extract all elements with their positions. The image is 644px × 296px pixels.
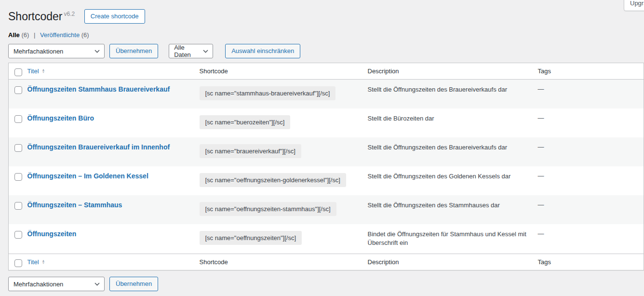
table-footer: Titel▲▼ Shortcode Description Tags [9, 254, 644, 270]
date-filter-select[interactable]: Alle Daten [169, 44, 213, 58]
top-toolbar: Mehrfachaktionen Übernehmen Alle Daten A… [8, 44, 300, 58]
row-checkbox[interactable] [14, 202, 22, 210]
date-filter-selected-value: Alle Daten [174, 44, 199, 58]
column-title-label: Titel [27, 258, 39, 266]
view-published-label: Veröffentlichte [40, 31, 80, 39]
shortcode-title-link[interactable]: Öffnungszeiten Brauereiverkauf im Innenh… [27, 143, 170, 151]
view-published-count: (6) [81, 31, 89, 39]
table-row: Öffnungszeiten Büro [sc name="buerozeite… [9, 108, 644, 137]
shortcode-title-link[interactable]: Öffnungszeiten Büro [27, 114, 94, 122]
table-row: Öffnungszeiten – Im Goldenen Kessel [sc … [9, 166, 644, 195]
shortcode-description: Bindet die Öffnungszeiten für Stammhaus … [363, 224, 533, 254]
version-badge: v6.2 [64, 11, 75, 17]
shortcode-value[interactable]: [sc name="oeffnungszeiten-stammhaus"][/s… [200, 202, 336, 216]
bulk-actions-select-bottom[interactable]: Mehrfachaktionen [8, 277, 105, 291]
chevron-down-icon [94, 50, 100, 53]
row-checkbox[interactable] [14, 231, 22, 239]
chevron-down-icon [203, 50, 208, 53]
shortcode-tags: — [533, 80, 644, 108]
page-header: Shortcoderv6.2 Create shortcode [8, 7, 145, 26]
shortcode-description: Stellt die Öffnungszeiten des Goldenen K… [363, 166, 533, 195]
create-shortcode-button[interactable]: Create shortcode [84, 9, 145, 24]
column-description-label: Description [363, 63, 533, 80]
view-all-link[interactable]: Alle [8, 31, 20, 39]
bulk-actions-select[interactable]: Mehrfachaktionen [8, 44, 105, 58]
select-all-checkbox[interactable] [14, 68, 22, 76]
shortcode-tags: — [533, 224, 644, 254]
bulk-actions-selected-value: Mehrfachaktionen [13, 281, 63, 288]
page-title: Shortcoderv6.2 [8, 10, 75, 23]
shortcode-value[interactable]: [sc name="stammhaus-brauereiverkauf"][/s… [200, 86, 336, 100]
apply-button-bottom[interactable]: Übernehmen [109, 277, 158, 291]
shortcode-value[interactable]: [sc name="oeffnungszeiten-goldenerkessel… [200, 173, 346, 187]
column-title-label: Titel [27, 67, 39, 75]
shortcode-title-link[interactable]: Öffnungszeiten – Im Goldenen Kessel [27, 172, 148, 180]
sort-indicator-icon: ▲▼ [42, 259, 45, 264]
shortcode-tags: — [533, 195, 644, 224]
shortcode-description: Stellt die Öffnungszeiten des Stammhause… [363, 195, 533, 224]
shortcode-description: Stellt die Öffnungszeiten des Brauereive… [363, 80, 533, 108]
shortcode-title-link[interactable]: Öffnungszeiten [27, 230, 77, 238]
bottom-toolbar: Mehrfachaktionen Übernehmen [8, 277, 158, 291]
apply-button[interactable]: Übernehmen [109, 44, 158, 58]
shortcode-tags: — [533, 137, 644, 166]
shortcode-description: Stellt die Bürozeiten dar [363, 108, 533, 137]
view-filter-links: Alle (6) | Veröffentlichte (6) [8, 31, 89, 39]
row-checkbox[interactable] [14, 144, 22, 152]
shortcode-value[interactable]: [sc name="buerozeiten"][/sc] [200, 115, 291, 129]
select-all-checkbox-bottom[interactable] [14, 259, 22, 267]
sort-indicator-icon: ▲▼ [42, 68, 45, 73]
filter-button[interactable]: Auswahl einschränken [225, 44, 300, 58]
page-title-text: Shortcoder [8, 10, 63, 23]
shortcode-value[interactable]: [sc name="brauereiverkauf"][/sc] [200, 144, 301, 158]
view-all-count: (6) [21, 31, 29, 39]
shortcode-list: Öffnungszeiten Stammhaus Brauereiverkauf… [9, 80, 644, 254]
shortcode-title-link[interactable]: Öffnungszeiten Stammhaus Brauereiverkauf [27, 85, 170, 93]
shortcode-description: Stellt die Öffnungszeiten des Brauereive… [363, 137, 533, 166]
table-row: Öffnungszeiten – Stammhaus [sc name="oef… [9, 195, 644, 224]
shortcode-tags: — [533, 166, 644, 195]
table-row: Öffnungszeiten Stammhaus Brauereiverkauf… [9, 80, 644, 108]
upgrade-button[interactable]: Upgrade [624, 0, 644, 11]
column-tags-label: Tags [533, 63, 644, 80]
row-checkbox[interactable] [14, 115, 22, 123]
row-checkbox[interactable] [14, 173, 22, 181]
column-shortcode-label: Shortcode [195, 254, 363, 270]
shortcode-tags: — [533, 108, 644, 137]
view-separator: | [34, 31, 35, 39]
column-description-label: Description [363, 254, 533, 270]
row-checkbox[interactable] [14, 86, 22, 94]
chevron-down-icon [94, 283, 100, 286]
view-published-link[interactable]: Veröffentlichte [40, 31, 80, 39]
column-shortcode-label: Shortcode [195, 63, 363, 80]
sort-by-title-link-bottom[interactable]: Titel [27, 258, 39, 266]
table-row: Öffnungszeiten [sc name="oeffnungszeiten… [9, 224, 644, 254]
shortcodes-table: Titel▲▼ Shortcode Description Tags Öffnu… [8, 63, 644, 270]
view-all-label: Alle [8, 31, 20, 39]
shortcode-title-link[interactable]: Öffnungszeiten – Stammhaus [27, 201, 122, 209]
bulk-actions-selected-value: Mehrfachaktionen [13, 48, 63, 55]
shortcode-value[interactable]: [sc name="oeffnungszeiten"][/sc] [200, 231, 302, 245]
column-tags-label: Tags [533, 254, 644, 270]
table-header: Titel▲▼ Shortcode Description Tags [9, 63, 644, 80]
table-row: Öffnungszeiten Brauereiverkauf im Innenh… [9, 137, 644, 166]
sort-by-title-link[interactable]: Titel [27, 67, 39, 75]
